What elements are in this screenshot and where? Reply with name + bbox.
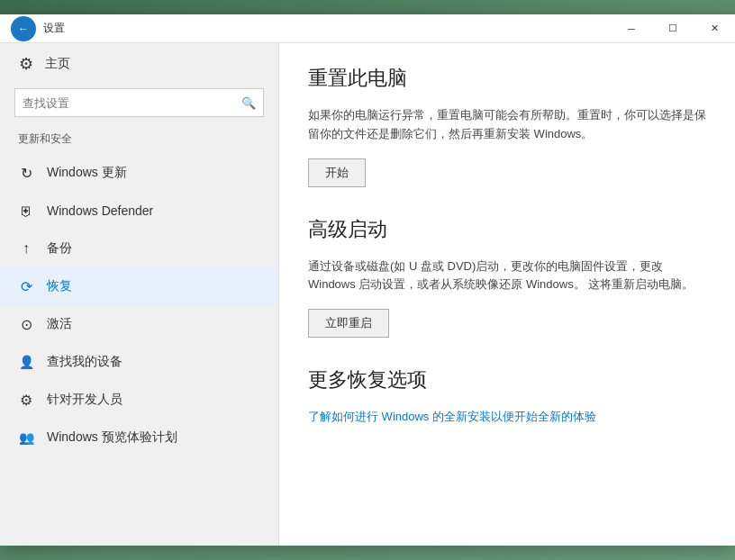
sidebar-item-backup[interactable]: 备份 xyxy=(0,230,278,267)
sidebar-item-developer[interactable]: 针对开发人员 xyxy=(0,381,278,419)
search-icon[interactable] xyxy=(241,96,256,110)
titlebar: ← 设置 ─ ☐ ✕ xyxy=(0,14,735,43)
developer-icon xyxy=(18,392,34,408)
sidebar-item-label: 激活 xyxy=(47,316,72,332)
backup-icon xyxy=(18,240,34,257)
sidebar-item-label: 查找我的设备 xyxy=(47,354,122,370)
sidebar-scroll-area: Windows 更新 Windows Defender 备份 恢复 激活 xyxy=(0,154,278,546)
maximize-button[interactable]: ☐ xyxy=(652,14,694,43)
sidebar-item-insider[interactable]: Windows 预览体验计划 xyxy=(0,419,278,456)
sidebar-item-windows-update[interactable]: Windows 更新 xyxy=(0,154,278,192)
back-button[interactable]: ← xyxy=(11,16,36,41)
minimize-button[interactable]: ─ xyxy=(611,14,652,43)
sidebar-item-label: Windows Defender xyxy=(47,203,153,218)
back-icon: ← xyxy=(18,23,29,35)
content-area: 主页 更新和安全 Windows 更新 Windows Defender xyxy=(0,43,735,546)
activation-icon xyxy=(18,316,34,332)
settings-window: ← 设置 ─ ☐ ✕ 主页 更新和安全 xyxy=(0,14,735,546)
reset-start-button[interactable]: 开始 xyxy=(308,158,366,187)
insider-icon xyxy=(18,429,34,446)
find-device-icon xyxy=(18,354,34,370)
advanced-startup-desc: 通过设备或磁盘(如 U 盘或 DVD)启动，更改你的电脑固件设置，更改 Wind… xyxy=(308,257,706,295)
main-content: 重置此电脑 如果你的电脑运行异常，重置电脑可能会有所帮助。重置时，你可以选择是保… xyxy=(279,43,735,546)
sidebar-item-find-device[interactable]: 查找我的设备 xyxy=(0,343,278,381)
window-controls: ─ ☐ ✕ xyxy=(611,14,735,43)
sidebar-item-home[interactable]: 主页 xyxy=(0,43,278,85)
sidebar-item-label: 恢复 xyxy=(47,278,72,294)
sidebar-item-label: Windows 预览体验计划 xyxy=(47,429,177,446)
reset-pc-title: 重置此电脑 xyxy=(308,65,706,92)
search-box xyxy=(14,88,264,117)
recovery-icon xyxy=(18,278,34,294)
restart-now-button[interactable]: 立即重启 xyxy=(308,309,389,338)
sidebar-item-windows-defender[interactable]: Windows Defender xyxy=(0,192,278,230)
defender-icon xyxy=(18,203,34,219)
sidebar-item-activation[interactable]: 激活 xyxy=(0,305,278,343)
sidebar-item-label: 针对开发人员 xyxy=(47,392,122,408)
sidebar-item-label: 备份 xyxy=(47,240,72,257)
fresh-install-link[interactable]: 了解如何进行 Windows 的全新安装以便开始全新的体验 xyxy=(308,410,596,423)
advanced-startup-title: 高级启动 xyxy=(308,216,706,243)
sidebar-item-label: Windows 更新 xyxy=(47,165,127,181)
search-input[interactable] xyxy=(23,96,241,110)
sidebar-home-label: 主页 xyxy=(45,56,70,72)
more-options-title: 更多恢复选项 xyxy=(308,366,706,393)
reset-pc-desc: 如果你的电脑运行异常，重置电脑可能会有所帮助。重置时，你可以选择是保留你的文件还… xyxy=(308,106,706,144)
gear-icon xyxy=(18,56,34,72)
update-icon xyxy=(18,165,34,181)
close-button[interactable]: ✕ xyxy=(694,14,735,43)
sidebar: 主页 更新和安全 Windows 更新 Windows Defender xyxy=(0,43,279,546)
sidebar-item-recovery[interactable]: 恢复 xyxy=(0,267,278,305)
window-title: 设置 xyxy=(43,21,65,36)
sidebar-section-label: 更新和安全 xyxy=(0,128,278,154)
titlebar-left: ← 设置 xyxy=(11,16,65,41)
